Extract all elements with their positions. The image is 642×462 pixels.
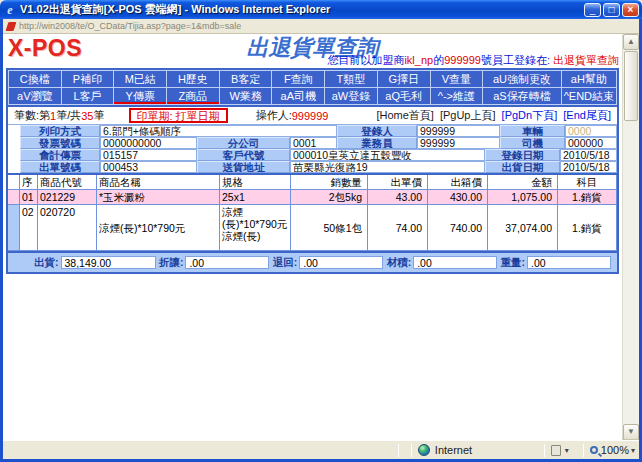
page-error-icon [6,22,17,31]
status-separator [398,444,399,457]
shipment-label: 出貨: [34,256,59,270]
operator-id: 999999 [292,110,329,122]
vertical-scrollbar[interactable]: ▲ ▼ [622,34,639,440]
col-seq: 序 [20,175,38,190]
login-prefix: 您目前以加盟商 [327,54,404,66]
command-toolbar: C換檔 P補印 M已結 H歷史 B客定 F查詢 T類型 G擇日 V查量 aU強制… [8,70,617,107]
button-browse[interactable]: aV瀏覽 [9,88,61,104]
browser-window: e V1.02出退貨查詢[X-POS 雲端網] - Windows Intern… [0,0,642,462]
total-returns: 退回: .00 [273,256,384,270]
button-check-qty[interactable]: V查量 [431,71,483,87]
button-driver[interactable]: aA司機 [272,88,324,104]
record-bar: 筆數: 第 1 筆/共 35 筆 印單期: 打單日期 操作人: 999999 [… [8,107,617,124]
minimize-button[interactable]: _ [584,3,601,17]
protected-mode-control[interactable]: ▾ [551,445,569,456]
ship-date-field[interactable]: 2010/5/18 [560,161,617,173]
button-voucher[interactable]: Y傳票 [114,88,166,104]
cell-box-price: 430.00 [428,190,488,205]
address-url: http://win2008/te/O_CData/Tijia.asp?page… [19,21,241,31]
zoom-control[interactable]: 100% ▾ [590,444,635,456]
form-gutter [8,161,20,173]
window-title: V1.02出退貨查詢[X-POS 雲端網] - Windows Internet… [20,2,582,17]
button-closed[interactable]: M已結 [114,71,166,87]
link-pgup-page[interactable]: [PgUp上頁] [440,109,496,121]
button-history[interactable]: H歷史 [167,71,219,87]
button-type[interactable]: T類型 [325,71,377,87]
print-mode-field[interactable]: 6.部門+條碼順序 [100,125,337,137]
button-sales[interactable]: W業務 [220,88,272,104]
vehicle-label: 車輛 [500,125,565,137]
weight-label: 重量: [501,256,526,270]
scroll-down-icon[interactable]: ▼ [623,424,639,440]
link-end-page[interactable]: [End尾頁] [563,109,611,121]
cell-spec: 25x1 [220,190,291,205]
scrollbar-track[interactable] [623,122,639,424]
reg-date-field[interactable]: 2010/5/18 [560,149,617,161]
status-separator [411,444,412,457]
invoice-no-field[interactable]: 0000000000 [100,137,197,149]
vehicle-field[interactable]: 0000 [565,125,617,137]
page-header: X-POS 出退貨單查詢 您目前以加盟商ikl_np的999999號員工登錄在:… [3,34,622,68]
address-label: 送貨地址 [197,161,290,173]
discount-value: .00 [185,256,269,269]
registrant-field[interactable]: 999999 [417,125,500,137]
button-reprint[interactable]: P補印 [62,71,114,87]
print-period-annotation: 印單期: 打單日期 [129,108,228,123]
address-field[interactable]: 苗栗縣光復路19 [290,161,485,173]
button-pick-date[interactable]: G擇日 [378,71,430,87]
branch-label: 分公司 [197,137,290,149]
link-pgdn-page[interactable]: [PgDn下頁] [502,109,558,121]
col-account: 科目 [558,175,617,190]
close-button[interactable]: × [622,3,639,17]
cell-account: 1.銷貨 [558,205,617,251]
button-end[interactable]: ^END結束 [562,88,616,104]
form-row-3: 會計傳票 015157 客戶代號 000010皇英立達五穀豐收 登錄日期 201… [8,149,617,161]
acct-voucher-field[interactable]: 015157 [100,149,197,161]
paging-links: [Home首頁] [PgUp上頁] [PgDn下頁] [End尾頁] [373,108,611,123]
items-gutter [8,175,20,190]
button-customer[interactable]: L客戶 [62,88,114,104]
status-bar: Internet ▾ 100% ▾ [3,440,639,459]
scroll-up-icon[interactable]: ▲ [623,34,639,50]
title-bar[interactable]: e V1.02出退貨查詢[X-POS 雲端網] - Windows Intern… [0,0,642,19]
button-customer-set[interactable]: B客定 [220,71,272,87]
cell-unit-price: 43.00 [368,190,428,205]
salesman-field[interactable]: 999999 [417,137,500,149]
button-product[interactable]: Z商品 [167,88,219,104]
customer-field[interactable]: 000010皇英立達五穀豐收 [290,149,485,161]
button-change-file[interactable]: C換檔 [9,71,61,87]
maximize-button[interactable]: □ [603,3,620,17]
cell-amount: 37,074.00 [488,205,558,251]
items-gutter [8,190,20,205]
button-help[interactable]: aH幫助 [562,71,616,87]
button-maintain[interactable]: ^->維護 [431,88,483,104]
scrollbar-thumb[interactable] [624,51,638,121]
button-profit[interactable]: aQ毛利 [378,88,430,104]
login-mid: 的 [433,54,444,66]
cell-code: 021229 [38,190,97,205]
record-count-label: 筆數: [14,108,39,123]
table-row[interactable]: 01 021229 *玉米澱粉 25x1 2包5kg 43.00 430.00 … [8,190,617,205]
weight-value: .00 [527,256,611,269]
cell-seq: 02 [20,205,38,251]
address-bar[interactable]: http://win2008/te/O_CData/Tijia.asp?page… [3,19,639,34]
button-login[interactable]: aW登錄 [325,88,377,104]
col-qty: 銷數量 [291,175,368,190]
ie-icon: e [3,3,17,17]
main-panel: C換檔 P補印 M已結 H歷史 B客定 F查詢 T類型 G擇日 V查量 aU強制… [6,68,619,274]
driver-field[interactable]: 000000 [565,137,617,149]
form-row-1: 列印方式 6.部門+條碼順序 登錄人 999999 車輛 0000 [8,125,617,137]
button-query[interactable]: F查詢 [272,71,324,87]
button-force-update[interactable]: aU強制更改 [483,71,561,87]
link-home-page[interactable]: [Home首頁] [376,109,433,121]
discount-label: 折讓: [159,256,184,270]
branch-field[interactable]: 0001 [290,137,337,149]
cell-spec: 涼煙(長)*10*790元涼煙(長) [220,205,291,251]
order-no-field[interactable]: 000453 [100,161,197,173]
customer-label: 客戶代號 [197,149,290,161]
returns-value: .00 [299,256,383,269]
table-row[interactable]: 02 020720 涼煙(長)*10*790元 涼煙(長)*10*790元涼煙(… [8,205,617,251]
zone-label: Internet [435,444,472,456]
button-save-export[interactable]: aS保存轉檔 [483,88,561,104]
shipment-value: 38,149.00 [61,256,156,269]
